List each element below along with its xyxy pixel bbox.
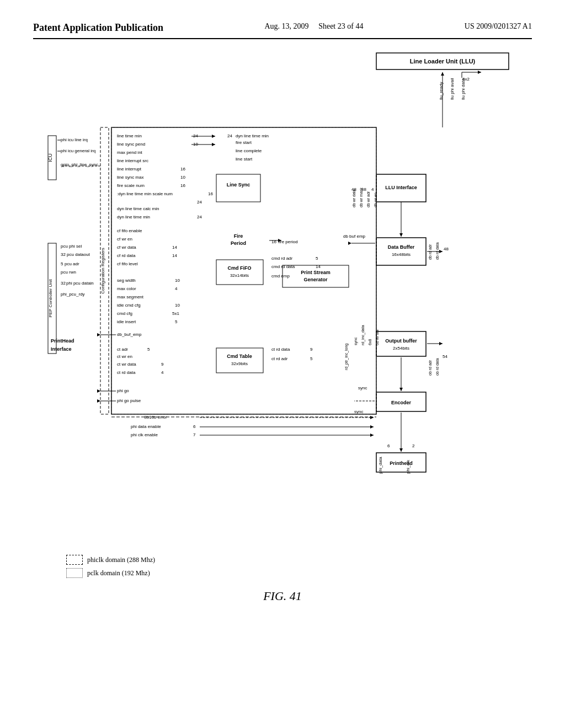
page-header: Patent Application Publication Aug. 13, … [33,22,532,39]
svg-text:4: 4 [175,286,178,291]
svg-text:PEP Controller Unit: PEP Controller Unit [48,279,53,318]
svg-text:Cmd FiFO: Cmd FiFO [228,265,252,271]
svg-rect-24 [111,127,376,414]
svg-text:10: 10 [175,278,180,283]
svg-text:fire start: fire start [236,140,252,145]
svg-text:32x9bits: 32x9bits [231,361,248,366]
svg-text:Line Loader Unit (LLU): Line Loader Unit (LLU) [410,58,476,65]
svg-text:10: 10 [175,303,180,308]
svg-text:9: 9 [310,347,313,352]
svg-text:llu_ready: llu_ready [439,82,444,100]
legend-item-phiclk: phiclk domain (288 Mhz) [66,555,532,565]
svg-text:pcu adr: pcu adr [65,261,79,266]
svg-text:4: 4 [161,370,164,375]
svg-text:5: 5 [310,356,313,361]
svg-text:ct rd data: ct rd data [117,370,136,375]
svg-text:cmd cfg: cmd cfg [117,311,132,316]
svg-text:32 pcu dataout: 32 pcu dataout [61,252,90,257]
svg-text:14: 14 [172,253,177,258]
svg-text:phi_data: phi_data [378,457,383,474]
legend-phiclk-label: phiclk domain (288 Mhz) [87,556,155,564]
svg-rect-166 [111,127,376,414]
svg-text:5: 5 [61,261,63,266]
legend-area: phiclk domain (288 Mhz) pclk domain (192… [66,555,532,578]
svg-text:16x48bits: 16x48bits [392,252,411,257]
sheet-info: Sheet 23 of 44 [318,22,363,30]
svg-text:sync: sync [358,386,367,390]
svg-text:db wr data: db wr data [352,189,356,207]
svg-text:cf wr data: cf wr data [117,245,136,250]
svg-text:dyn line time min: dyn line time min [117,215,150,220]
page: Patent Application Publication Aug. 13, … [0,0,565,728]
svg-text:phi go: phi go [117,388,129,393]
svg-text:7: 7 [193,432,196,437]
svg-text:sync: sync [354,409,363,414]
svg-rect-43 [376,331,426,356]
svg-text:db wr mask: db wr mask [359,188,363,207]
svg-text:ob wr adr: ob wr adr [375,329,379,345]
svg-text:rd_ptr_inc_long: rd_ptr_inc_long [344,344,349,370]
svg-text:24: 24 [227,133,232,138]
publication-date-sheet: Aug. 13, 2009 Sheet 23 of 44 [265,22,364,31]
svg-text:rd_inc_data: rd_inc_data [361,325,365,345]
svg-text:32x14bits: 32x14bits [230,273,249,278]
svg-text:ct rd data: ct rd data [271,347,290,352]
svg-text:line start: line start [236,157,253,162]
svg-text:5: 5 [147,347,150,352]
svg-text:16: 16 [180,167,185,172]
svg-text:dyn line time min: dyn line time min [236,133,269,138]
svg-text::dyn line time min scale num: :dyn line time min scale num [117,191,173,196]
svg-text:idle cmd cfg: idle cmd cfg [117,303,141,308]
svg-text:14: 14 [316,264,321,269]
svg-text:14: 14 [172,245,177,250]
svg-text:6x8: 6x8 [368,339,372,345]
svg-text:line sync pend: line sync pend [117,142,145,147]
svg-rect-37 [376,238,426,265]
svg-text:16: 16 [180,183,185,188]
svg-text:db rd adr: db rd adr [428,244,432,260]
svg-text:db buf emp: db buf emp [343,234,366,239]
svg-text:idle insert: idle insert [117,319,136,324]
svg-text:5: 5 [175,319,178,324]
legend-dotted-box [66,568,83,578]
svg-text:ct wr en: ct wr en [117,354,132,359]
svg-text:6: 6 [387,443,390,448]
svg-text:llu phi data: llu phi data [461,78,466,100]
svg-text:ct adr: ct adr [117,347,128,352]
svg-text:9: 9 [161,362,164,367]
svg-text:PrintHead: PrintHead [51,338,74,344]
svg-text:ICU: ICU [47,153,53,162]
svg-text:Interface: Interface [51,346,72,352]
svg-text:Period: Period [231,240,246,246]
legend-pclk-label: pclk domain (192 Mhz) [87,569,150,577]
svg-text:phi_clk: phi_clk [406,459,411,474]
svg-text:phi icu line irq: phi icu line irq [61,137,88,142]
svg-text:2: 2 [412,443,415,448]
svg-text:Generator: Generator [303,277,328,282]
svg-text:Output buffer: Output buffer [385,338,417,344]
svg-text:seg width: seg width [117,278,136,283]
svg-text:5x1: 5x1 [172,311,179,316]
figure-label: FIG. 41 [33,589,532,603]
svg-text:cmd rd adr: cmd rd adr [271,256,293,261]
svg-text:4: 4 [371,187,374,192]
svg-text:Line Sync: Line Sync [227,182,250,188]
publication-date: Aug. 13, 2009 [265,22,309,30]
svg-text:ct wr data: ct wr data [117,362,136,367]
svg-text:LLU Interface: LLU Interface [385,185,417,190]
figure-label-text: FIG. 41 [263,589,302,603]
svg-text:fire scale num: fire scale num [117,183,145,188]
svg-text:db wr adr: db wr adr [366,191,370,207]
svg-rect-31 [216,260,263,285]
svg-text:24: 24 [197,215,202,220]
svg-text:ob rd adr: ob rd adr [428,360,432,376]
svg-text:cf fifo level: cf fifo level [117,261,138,266]
svg-text:llu phi avail: llu phi avail [450,78,455,100]
svg-text:max pend int: max pend int [117,150,143,155]
svg-text:line time min: line time min [117,133,142,138]
svg-text:Data Buffer: Data Buffer [388,244,415,250]
block-diagram: Line Loader Unit (LLU) ICU phi icu line … [45,50,520,547]
svg-text:10: 10 [180,175,185,180]
svg-text:16: 16 [271,239,276,244]
svg-text:ct rd adr: ct rd adr [271,356,288,361]
